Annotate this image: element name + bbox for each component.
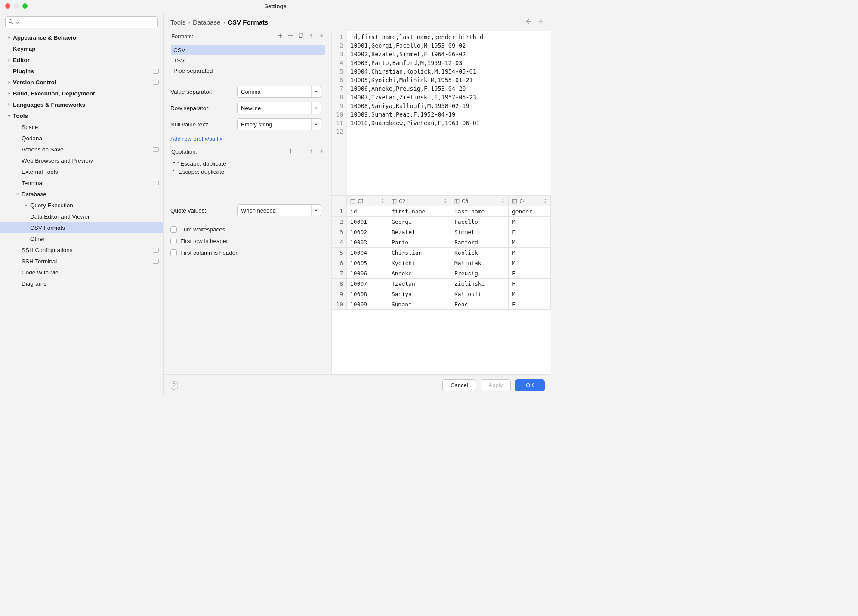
ok-button[interactable]: OK [515,379,545,391]
copy-format-button[interactable] [298,33,304,40]
table-cell: Bamford [451,237,508,248]
sidebar-item-terminal[interactable]: Terminal [0,177,163,188]
sidebar-item-ssh-configurations[interactable]: SSH Configurations [0,244,163,256]
trim-whitespaces-checkbox[interactable] [170,226,177,233]
cancel-button[interactable]: Cancel [442,379,476,391]
svg-rect-22 [512,199,516,203]
formats-list[interactable]: CSVTSVPipe-separated [170,44,325,76]
sidebar-item-build-execution-deployment[interactable]: Build, Execution, Deployment [0,88,163,99]
sidebar-item-diagrams[interactable]: Diagrams [0,278,163,289]
column-header[interactable]: C3 [451,196,508,206]
window-title: Settings [0,3,551,9]
sidebar-item-other[interactable]: Other [0,233,163,244]
sidebar-item-label: Database [22,191,159,197]
sidebar-item-csv-formats[interactable]: CSV Formats [0,222,163,233]
raw-text-preview: 123456789101112 id,first name,last name,… [332,31,551,196]
table-cell: Koblick [451,248,508,258]
row-number: 5 [332,248,347,258]
quotation-up-button[interactable] [308,148,314,155]
settings-tree[interactable]: Appearance & BehaviorKeymapEditorPlugins… [0,32,163,396]
row-number: 4 [332,237,347,248]
column-header[interactable]: C4 [508,196,550,206]
table-cell: Bezalel [388,227,451,237]
trim-whitespaces-label: Trim whitespaces [180,226,225,233]
move-down-button[interactable] [318,33,324,40]
null-value-select[interactable]: Empty string [237,118,321,130]
table-cell: F [508,227,550,237]
sidebar-item-ssh-terminal[interactable]: SSH Terminal [0,256,163,267]
table-cell: Tzvetan [388,279,451,289]
row-number: 2 [332,217,347,227]
sidebar-item-label: Plugins [13,68,153,74]
tree-arrow-icon [22,203,30,207]
table-cell: 10004 [347,248,388,258]
quotation-item[interactable]: " " Escape: duplicate [170,160,325,168]
sidebar-item-keymap[interactable]: Keymap [0,43,163,54]
table-cell: 10007 [347,279,388,289]
table-cell: Georgi [388,217,451,227]
forward-button[interactable] [537,18,544,26]
sidebar-item-label: SSH Configurations [22,247,153,253]
column-header[interactable]: C2 [388,196,451,206]
format-item-pipe-separated[interactable]: Pipe-separated [171,65,325,76]
row-number: 7 [332,268,347,279]
table-cell: 10002 [347,227,388,237]
back-button[interactable] [525,18,531,26]
remove-quotation-button[interactable] [298,148,304,155]
sidebar-item-qodana[interactable]: Qodana [0,132,163,144]
add-format-button[interactable] [277,33,283,40]
settings-search-input[interactable] [21,19,155,26]
table-cell: first name [388,206,451,217]
value-separator-select[interactable]: Comma [237,86,321,98]
settings-search[interactable] [5,16,158,28]
table-cell: Peac [451,299,508,310]
sidebar-item-label: Editor [13,57,159,63]
format-item-csv[interactable]: CSV [171,45,325,55]
sidebar-item-label: SSH Terminal [22,258,153,265]
sidebar-item-space[interactable]: Space [0,121,163,132]
sidebar-item-label: Query Execution [30,202,159,209]
move-up-button[interactable] [308,33,314,40]
sidebar-item-data-editor-and-viewer[interactable]: Data Editor and Viewer [0,211,163,222]
quotation-item[interactable]: ' ' Escape: duplicate [170,168,325,176]
table-cell: Sumant [388,299,451,310]
sidebar-item-actions-on-save[interactable]: Actions on Save [0,144,163,155]
table-cell: 10006 [347,268,388,279]
table-preview: C1C2C3C41idfirst namelast namegender2100… [332,196,551,374]
sidebar-item-appearance-behavior[interactable]: Appearance & Behavior [0,32,163,43]
add-row-prefix-suffix-link[interactable]: Add row prefix/suffix [170,133,325,144]
sidebar-item-languages-frameworks[interactable]: Languages & Frameworks [0,99,163,110]
column-header[interactable]: C1 [347,196,388,206]
sidebar-item-web-browsers-and-preview[interactable]: Web Browsers and Preview [0,155,163,166]
add-quotation-button[interactable] [287,148,293,155]
sidebar-item-query-execution[interactable]: Query Execution [0,200,163,211]
tree-arrow-icon [14,192,22,196]
sidebar-item-label: Other [30,236,159,242]
format-item-tsv[interactable]: TSV [171,55,325,65]
quote-values-select[interactable]: When needed [237,204,321,216]
table-cell: F [508,299,550,310]
sidebar-item-tools[interactable]: Tools [0,110,163,121]
quotation-list[interactable]: " " Escape: duplicate' ' Escape: duplica… [170,160,325,176]
sidebar-item-code-with-me[interactable]: Code With Me [0,267,163,278]
sidebar-item-external-tools[interactable]: External Tools [0,166,163,177]
help-button[interactable]: ? [170,381,178,390]
table-cell: 10008 [347,289,388,299]
apply-button[interactable]: Apply [481,379,511,391]
sidebar-item-database[interactable]: Database [0,188,163,200]
sidebar-item-plugins[interactable]: Plugins [0,65,163,77]
sidebar-item-editor[interactable]: Editor [0,54,163,65]
row-number: 1 [332,206,347,217]
first-col-header-checkbox[interactable] [170,249,177,256]
sidebar-item-label: Web Browsers and Preview [22,157,159,164]
quotation-down-button[interactable] [318,148,324,155]
sidebar-item-version-control[interactable]: Version Control [0,77,163,88]
row-number: 3 [332,227,347,237]
sidebar-item-label: Data Editor and Viewer [30,213,159,220]
remove-format-button[interactable] [287,33,293,40]
titlebar: Settings [0,0,551,12]
formats-header: Formats: [170,31,325,42]
first-row-header-checkbox[interactable] [170,238,177,244]
row-separator-select[interactable]: Newline [237,102,321,114]
search-options-chevron-icon[interactable] [15,19,19,26]
